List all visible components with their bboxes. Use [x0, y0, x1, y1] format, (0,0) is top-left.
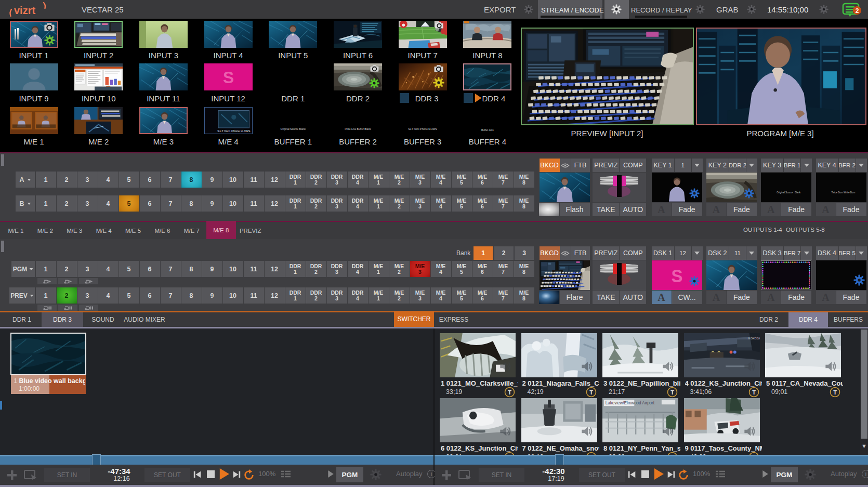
- svg-text:T: T: [833, 389, 837, 396]
- svg-text:T: T: [589, 389, 593, 396]
- svg-text:T: T: [670, 389, 674, 396]
- svg-text:T: T: [508, 389, 511, 396]
- svg-text:2: 2: [856, 7, 859, 15]
- svg-text:T: T: [752, 389, 756, 396]
- svg-text:vizrt: vizrt: [14, 5, 35, 16]
